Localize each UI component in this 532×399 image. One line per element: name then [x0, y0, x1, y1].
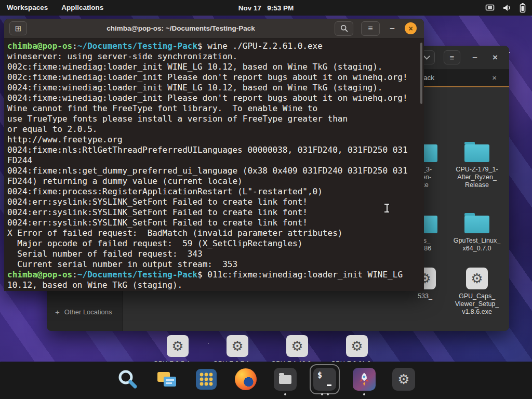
terminal-line: or equal to 2.0.5.: [7, 124, 424, 135]
folder-icon: [464, 144, 489, 162]
terminal-line: 0024:err:syslink:SYSLINK_SetFont Failed …: [7, 207, 424, 218]
dock-item-files[interactable]: [273, 367, 298, 392]
terminal-line: 0024:fixme:nls:get_dummy_preferred_ui_la…: [7, 166, 424, 176]
dock-item-shop[interactable]: [154, 367, 179, 392]
clear-search-icon[interactable]: ×: [492, 73, 497, 82]
terminal-line: 0024:err:syslink:SYSLINK_SetFont Failed …: [7, 197, 424, 207]
battery-icon: [520, 3, 526, 13]
terminal-line: 0024:fixme:winediag:loader_init WINE_LG …: [7, 83, 424, 93]
terminal-line: 0024:fixme:process:RegisterApplicationRe…: [7, 187, 424, 197]
dock-item-settings[interactable]: ⚙: [391, 367, 416, 392]
exe-gear-icon: ⚙: [466, 268, 488, 289]
folder-glyph: [279, 375, 291, 384]
terminal-body[interactable]: chimba@pop-os:~/Documents/Testing-Pack$ …: [4, 38, 424, 291]
dock-item-firefox[interactable]: [233, 367, 258, 392]
terminal-minimize-button[interactable]: –: [388, 23, 397, 34]
system-tray[interactable]: [485, 3, 532, 13]
running-indicator: [312, 393, 337, 395]
terminal-line: 002c:fixme:winediag:loader_init WINE_LG …: [7, 62, 424, 72]
focus-ring: [310, 364, 340, 394]
terminal-search-button[interactable]: [335, 21, 353, 36]
exe-gear-icon: ⚙: [346, 335, 368, 357]
dock: $⚙: [0, 362, 532, 399]
exe-gear-icon: ⚙: [227, 335, 248, 357]
terminal-line: FD244: [7, 155, 424, 166]
workspaces-menu[interactable]: Workspaces: [0, 0, 55, 16]
files-close-button[interactable]: ×: [489, 52, 501, 63]
firefox-icon: [235, 368, 257, 390]
terminal-line: Current serial number in output stream: …: [7, 259, 424, 270]
dock-item-apps[interactable]: [194, 367, 219, 392]
chevron-down-icon: [423, 53, 430, 60]
terminal-window: ⊞ chimba@pop-os: ~/Documents/Testing-Pac…: [4, 19, 424, 291]
terminal-line: Wine cannot find the FreeType font libra…: [7, 103, 424, 114]
terminal-menu-button[interactable]: ≡: [361, 21, 380, 36]
terminal-line: 0024:fixme:nls:RtlGetThreadPreferredUILa…: [7, 145, 424, 155]
exe-gear-icon: ⚙: [286, 335, 308, 357]
terminal-line: chimba@pop-os:~/Documents/Testing-Pack$ …: [7, 41, 424, 51]
files-menu-button[interactable]: ≡: [444, 50, 460, 64]
file-label: CPU-Z-179_1- After_Ryzen_ Release: [451, 166, 503, 189]
dock-item-rocket[interactable]: [352, 367, 377, 392]
running-indicator: [273, 393, 298, 395]
dock-item-terminal[interactable]: $: [312, 367, 337, 392]
folder-icon: [464, 216, 489, 233]
gear-icon: ⚙: [397, 373, 409, 386]
exe-file-item[interactable]: ⚙GPU_Caps_ Viewer_Setup_ v1.8.6.exe: [451, 266, 503, 316]
terminal-line: http://www.freetype.org: [7, 135, 424, 145]
running-indicator: [352, 393, 377, 395]
terminal-line: 002c:fixme:winediag:loader_init Please d…: [7, 72, 424, 83]
ibeam-cursor: [384, 204, 389, 212]
file-label: GpuTest_Linux_ x64_0.7.0: [451, 237, 503, 252]
terminal-title: chimba@pop-os: ~/Documents/Testing-Pack: [27, 24, 335, 32]
rocket-app-icon: [353, 368, 376, 391]
grid-icon: ⊞: [15, 24, 22, 33]
terminal-close-button[interactable]: ×: [405, 22, 417, 34]
folder-item[interactable]: GpuTest_Linux_ x64_0.7.0: [451, 211, 503, 252]
dock-item-search[interactable]: [115, 367, 140, 392]
applications-menu[interactable]: Applications: [55, 0, 110, 16]
terminal-line: Serial number of failed request: 343: [7, 249, 424, 259]
hamburger-icon: ≡: [450, 53, 455, 62]
hamburger-icon: ≡: [368, 24, 373, 33]
search-icon: [340, 24, 348, 32]
screen-share-icon: [485, 4, 495, 12]
file-label: GPU_Caps_ Viewer_Setup_ v1.8.6.exe: [451, 292, 503, 316]
terminal-line: wineserver: using server-side synchroniz…: [7, 51, 424, 62]
settings-app-icon: ⚙: [392, 368, 415, 391]
folder-item[interactable]: CPU-Z-179_1- After_Ryzen_ Release: [451, 140, 503, 189]
terminal-line: 10.12, based on Wine TkG (staging).: [7, 280, 424, 290]
clock[interactable]: Nov 17 9:53 PM: [238, 4, 294, 12]
shop-app-icon: [156, 368, 178, 390]
volume-icon: [502, 4, 512, 12]
terminal-scrollbar[interactable]: [420, 43, 422, 104]
app-grid-icon: [195, 368, 218, 391]
top-bar: Workspaces Applications Nov 17 9:53 PM: [0, 0, 532, 16]
terminal-output: chimba@pop-os:~/Documents/Testing-Pack$ …: [7, 41, 424, 290]
close-icon: ×: [408, 24, 413, 33]
terminal-header-bar: ⊞ chimba@pop-os: ~/Documents/Testing-Pac…: [4, 19, 424, 38]
file-label: 533_: [399, 292, 451, 300]
terminal-line: 0024:err:syslink:SYSLINK_SetFont Failed …: [7, 218, 424, 228]
terminal-line: chimba@pop-os:~/Documents/Testing-Pack$ …: [7, 270, 424, 280]
terminal-line: use TrueType fonts please install a vers…: [7, 114, 424, 124]
terminal-line: FD244) returning a dummy value (current …: [7, 176, 424, 187]
new-tab-button[interactable]: ⊞: [9, 21, 27, 35]
terminal-line: X Error of failed request: BadMatch (inv…: [7, 228, 424, 238]
exe-gear-icon: ⚙: [167, 335, 189, 357]
terminal-line: Major opcode of failed request: 59 (X_Se…: [7, 238, 424, 249]
terminal-line: 0024:fixme:winediag:loader_init Please d…: [7, 93, 424, 103]
files-app-icon: [274, 368, 297, 391]
files-minimize-button[interactable]: –: [469, 52, 481, 63]
search-app-icon: [116, 368, 139, 391]
